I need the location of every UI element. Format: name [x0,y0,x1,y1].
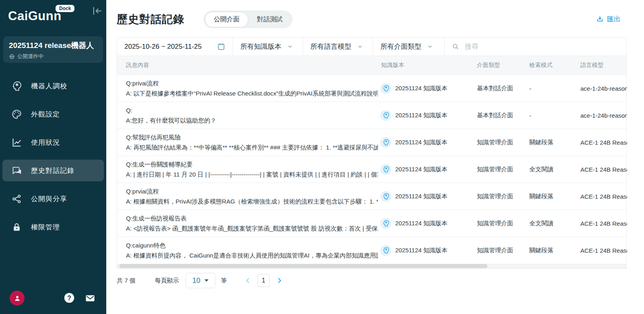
language-model-select[interactable]: 所有語言模型 [303,37,373,56]
table-header-row: 訊息內容 知識版本 介面類型 檢索模式 語言模型 [117,56,626,75]
sidebar-item-appearance[interactable]: 外觀設定 [2,103,104,125]
sidebar-item-share[interactable]: 公開與分享 [2,188,104,210]
chart-icon [11,137,22,148]
interface-type-cell: 知識管理介面 [474,139,526,146]
export-button[interactable]: 匯出 [596,15,621,24]
next-page-button[interactable] [275,277,283,285]
language-model-cell: ACE-1 24B Reaso… [577,139,627,146]
tab-group: 公開介面 對話測試 [203,10,293,28]
palette-icon [11,109,22,120]
logo-text: CaiGunn [8,9,62,23]
language-model-cell: ACE-1 24B Reaso… [577,247,627,254]
version-label: 20251124 知識版本 [395,220,448,227]
sidebar-item-usage[interactable]: 使用狀況 [2,131,104,153]
language-model-cell: ACE-1 24B Reaso… [577,193,627,200]
bot-status: 公開運作中 [9,53,97,60]
version-label: 20251124 知識版本 [395,193,448,200]
version-label: 20251124 知識版本 [395,139,448,146]
download-icon [596,15,604,23]
per-page-select[interactable]: 10 [186,273,215,288]
tab-chat-test[interactable]: 對話測試 [248,12,291,27]
per-page-unit: 筆 [221,277,227,285]
date-range-picker[interactable]: 2025-10-26 ~ 2025-11-25 [117,37,233,56]
question-text: Q:privai流程 [126,78,378,88]
tab-public-interface[interactable]: 公開介面 [205,12,248,27]
table-row[interactable]: Q:caigunn特色 A: 根據資料所提內容， CaiGunn是適合非技術人員… [117,237,626,264]
user-avatar[interactable] [10,291,25,306]
search-icon [452,43,459,50]
message-cell: Q:caigunn特色 A: 根據資料所提內容， CaiGunn是適合非技術人員… [117,240,378,260]
version-label: 20251124 知識版本 [395,112,448,119]
table-row[interactable]: Q:生成一份關護輔導紀要 A: | 進行日期 | 年 11 月 20 日 | |… [117,156,626,183]
sidebar-item-label: 公開與分享 [31,194,67,204]
question-text: Q:幫我評估再犯風險 [126,132,378,142]
answer-text: A: 根據資料所提內容， CaiGunn是適合非技術人員使用的知識管理AI，專為… [126,250,378,260]
calendar-icon [217,42,225,51]
sidebar-item-bot-tuning[interactable]: 機器人調校 [2,75,104,97]
knowledge-version-icon [380,245,391,256]
bot-status-label: 公開運作中 [17,53,43,60]
knowledge-version-icon [380,110,391,121]
message-cell: Q: A:您好，有什麼我可以協助您的？ [117,105,378,125]
sidebar-bottom: ? [0,291,106,307]
sidebar-nav: 機器人調校 外觀設定 使用狀況 歷史對話記錄 公開與分享 [2,75,104,244]
prev-page-button[interactable] [244,277,252,285]
interface-type-select[interactable]: 所有介面類型 [373,37,445,56]
robot-head-icon [11,81,22,91]
version-cell: 20251124 知識版本 [378,83,474,94]
logo-dock-badge: Dock [56,5,74,12]
retrieval-mode-cell: 關鍵段落 [526,247,577,254]
search-box [445,37,626,56]
svg-text:?: ? [67,294,71,302]
answer-text: A:您好，有什麼我可以協助您的？ [126,115,378,125]
sidebar-item-permissions[interactable]: 權限管理 [2,216,104,238]
question-text: Q:prviai流程 [126,186,378,196]
answer-text: A: 再犯風險評估結果為：**中等偏高** **核心案件別** ### 主要評估… [126,142,378,152]
sidebar-item-label: 外觀設定 [31,110,60,119]
pagination-bar: 共 7 個 每頁顯示 10 筆 1 [117,272,627,289]
knowledge-version-select[interactable]: 所有知識版本 [233,37,303,56]
sidebar: CaiGunn Dock 20251124 release機器人 公開運作中 機… [0,0,106,314]
language-model-cell: ACE-1 24B Reaso… [577,220,627,227]
help-icon[interactable]: ? [64,292,75,304]
sidebar-item-history[interactable]: 歷史對話記錄 [2,160,104,181]
table-row[interactable]: Q: A:您好，有什麼我可以協助您的？ 20251124 知識版本 基本對話介面… [117,102,626,129]
retrieval-mode-cell: 全文閱讀 [526,220,577,227]
answer-text: A: 根據相關資料，PrivAI涉及多模態RAG（檢索增強生成）技術的流程主要包… [126,196,378,206]
table-row[interactable]: Q:生成一份訪視報告表 A: <訪視報告表> 函_觀護案號年年函_觀護案號字第函… [117,210,626,237]
chevron-down-icon [287,44,293,50]
chevron-right-icon [275,277,283,285]
retrieval-mode-cell: - [526,85,577,92]
sidebar-item-label: 權限管理 [31,223,60,232]
date-range-value: 2025-10-26 ~ 2025-11-25 [124,43,202,51]
table-row[interactable]: Q:prviai流程 A: 根據相關資料，PrivAI涉及多模態RAG（檢索增強… [117,183,626,210]
interface-type-cell: 知識管理介面 [474,193,526,200]
column-header-model: 語言模型 [577,62,627,69]
chevron-left-icon [244,277,252,285]
mail-icon[interactable] [85,293,96,304]
globe-icon [9,54,15,60]
search-input[interactable] [465,43,619,51]
caret-down-icon [204,279,208,282]
message-cell: Q:privai流程 A: 以下是根據參考檔案中“PrivAI Release … [117,78,378,98]
version-label: 20251124 知識版本 [395,247,448,254]
page-number[interactable]: 1 [258,274,270,287]
table-row[interactable]: Q:privai流程 A: 以下是根據參考檔案中“PrivAI Release … [117,75,626,102]
horizontal-scrollbar-track[interactable] [117,264,626,268]
bot-name: 20251124 release機器人 [9,40,97,51]
language-model-cell: ace-1-24b-reason… [577,85,627,92]
export-label: 匯出 [607,15,621,24]
knowledge-version-icon [380,83,391,94]
bot-card[interactable]: 20251124 release機器人 公開運作中 [3,36,103,63]
sidebar-collapse-icon[interactable] [91,5,103,17]
table-row[interactable]: Q:幫我評估再犯風險 A: 再犯風險評估結果為：**中等偏高** **核心案件別… [117,129,626,156]
total-count: 共 7 個 [117,277,136,285]
sidebar-item-label: 使用狀況 [31,138,60,147]
answer-text: A: | 進行日期 | 年 11 月 20 日 | |----------|--… [126,169,378,179]
knowledge-version-icon [380,191,391,202]
version-cell: 20251124 知識版本 [378,218,474,229]
horizontal-scrollbar-thumb[interactable] [119,264,487,268]
column-header-version: 知識版本 [378,62,474,69]
filter-bar: 2025-10-26 ~ 2025-11-25 所有知識版本 所有語言模型 所有… [117,37,626,56]
answer-text: A: 以下是根據參考檔案中“PrivAI Release Checklist.d… [126,88,378,98]
